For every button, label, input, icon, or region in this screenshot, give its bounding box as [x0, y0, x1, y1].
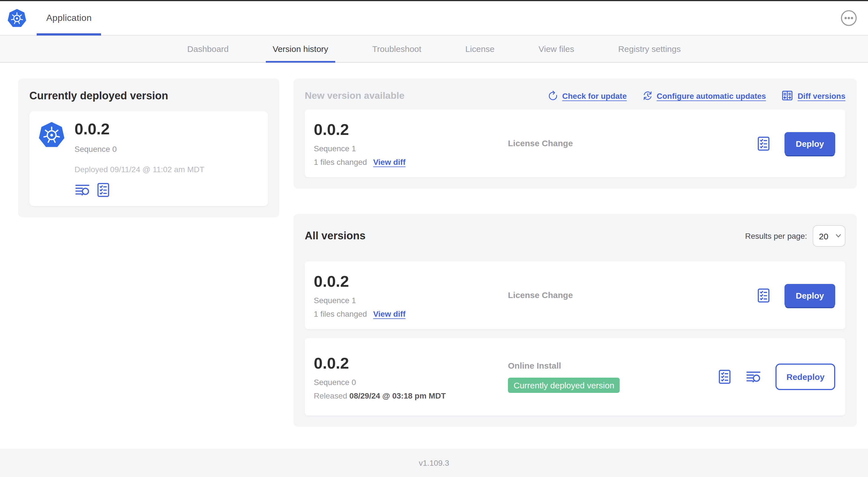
- currently-deployed-title: Currently deployed version: [29, 90, 268, 102]
- files-changed: 1 files changed: [314, 309, 367, 318]
- preflight-checks-button[interactable]: [96, 182, 111, 198]
- version-number: 0.0.2: [314, 272, 508, 291]
- auto-update-clock-icon: [642, 90, 653, 101]
- active-tab-indicator: [37, 33, 101, 35]
- version-type-label: License Change: [508, 290, 573, 300]
- checklist-icon: [756, 288, 771, 303]
- version-type-label: License Change: [508, 138, 573, 148]
- new-version-panel: New version available Check for update: [293, 79, 857, 188]
- tab-label: Dashboard: [187, 44, 229, 54]
- tab-label: Registry settings: [618, 44, 681, 54]
- currently-deployed-badge: Currently deployed version: [508, 378, 620, 393]
- version-info: 0.0.2 Sequence 1 1 files changed View di…: [314, 272, 508, 318]
- version-type-label: Online Install: [508, 361, 718, 370]
- tab-dashboard[interactable]: Dashboard: [181, 35, 236, 62]
- released-timestamp: Released 08/29/24 @ 03:18 pm MDT: [314, 391, 508, 400]
- configure-automatic-updates-link[interactable]: Configure automatic updates: [642, 90, 766, 101]
- version-number: 0.0.2: [314, 354, 508, 373]
- kubernetes-logo-icon: [7, 8, 27, 28]
- version-actions: Deploy: [756, 284, 836, 307]
- page-footer: v1.109.3: [0, 449, 868, 477]
- tab-label: View files: [539, 44, 574, 54]
- more-menu-button[interactable]: [840, 9, 857, 27]
- check-for-update-link[interactable]: Check for update: [548, 90, 627, 101]
- right-column: New version available Check for update: [293, 79, 857, 427]
- diff-versions-label: Diff versions: [798, 91, 845, 100]
- diff-versions-link[interactable]: Diff versions: [781, 90, 845, 101]
- preflight-checks-button[interactable]: [756, 288, 771, 303]
- results-per-page-label: Results per page:: [745, 232, 807, 240]
- new-version-header: New version available Check for update: [305, 90, 845, 101]
- released-date: 08/29/24 @ 03:18 pm MDT: [349, 391, 446, 400]
- page: Application Dashboard Version history Tr…: [0, 0, 868, 477]
- logs-icon: [746, 369, 762, 384]
- deployed-sequence: Sequence 0: [74, 145, 204, 153]
- all-versions-title: All versions: [305, 230, 365, 242]
- ellipsis-icon: [840, 9, 857, 27]
- version-list: 0.0.2 Sequence 1 1 files changed View di…: [305, 261, 845, 415]
- tab-application[interactable]: Application: [37, 1, 101, 35]
- application-tab-label: Application: [46, 13, 92, 23]
- version-type-column: License Change: [508, 290, 756, 300]
- new-version-card: 0.0.2 Sequence 1 1 files changed View di…: [305, 110, 845, 177]
- app-header: Application: [0, 1, 868, 35]
- view-deploy-logs-button[interactable]: [74, 182, 91, 198]
- tab-registry-settings[interactable]: Registry settings: [612, 35, 688, 62]
- secondary-nav: Dashboard Version history Troubleshoot L…: [0, 35, 868, 63]
- check-for-update-label: Check for update: [562, 91, 627, 100]
- kubernetes-app-icon: [38, 121, 65, 148]
- tab-label: License: [465, 44, 494, 54]
- tab-label: Version history: [273, 44, 328, 54]
- preflight-checks-button[interactable]: [718, 369, 732, 384]
- deployed-timestamp: Deployed 09/11/24 @ 11:02 am MDT: [74, 165, 204, 174]
- new-version-title: New version available: [305, 90, 404, 101]
- version-type-column: Online Install Currently deployed versio…: [508, 361, 718, 393]
- currently-deployed-card: 0.0.2 Sequence 0 Deployed 09/11/24 @ 11:…: [29, 111, 268, 206]
- checklist-icon: [756, 136, 771, 151]
- view-deploy-logs-button[interactable]: [746, 369, 762, 384]
- tab-license[interactable]: License: [459, 35, 501, 62]
- tab-label: Troubleshoot: [372, 44, 421, 54]
- version-sequence: Sequence 1: [314, 144, 508, 153]
- results-per-page: Results per page: 20: [745, 225, 845, 247]
- deploy-button[interactable]: Deploy: [784, 284, 835, 307]
- tab-view-files[interactable]: View files: [532, 35, 581, 62]
- version-row: 0.0.2 Sequence 0 Released 08/29/24 @ 03:…: [305, 338, 845, 415]
- version-info: 0.0.2 Sequence 0 Released 08/29/24 @ 03:…: [314, 354, 508, 400]
- currently-deployed-panel: Currently deployed version: [18, 79, 279, 217]
- active-tab-indicator: [266, 61, 335, 63]
- console-version: v1.109.3: [419, 458, 449, 468]
- results-per-page-select[interactable]: 20: [813, 225, 845, 247]
- version-number: 0.0.2: [314, 120, 508, 140]
- tab-version-history[interactable]: Version history: [266, 35, 335, 62]
- version-actions: Deploy: [756, 132, 836, 155]
- version-sequence: Sequence 1: [314, 296, 508, 305]
- checklist-icon: [718, 369, 732, 384]
- update-links: Check for update: [548, 90, 845, 101]
- version-actions: Redeploy: [718, 363, 836, 390]
- version-type-column: License Change: [508, 138, 756, 148]
- version-info: 0.0.2 Sequence 1 1 files changed View di…: [314, 120, 508, 167]
- view-diff-link[interactable]: View diff: [373, 157, 405, 167]
- preflight-checks-button[interactable]: [756, 136, 771, 151]
- version-row: 0.0.2 Sequence 1 1 files changed View di…: [305, 261, 845, 329]
- refresh-icon: [548, 90, 558, 101]
- released-label: Released: [314, 391, 347, 400]
- deployed-version-info: 0.0.2 Sequence 0 Deployed 09/11/24 @ 11:…: [74, 120, 204, 198]
- redeploy-button[interactable]: Redeploy: [776, 363, 835, 390]
- tab-troubleshoot[interactable]: Troubleshoot: [365, 35, 428, 62]
- all-versions-panel: All versions Results per page: 20: [293, 214, 857, 427]
- files-changed: 1 files changed: [314, 157, 367, 167]
- diff-icon: [781, 90, 794, 101]
- version-sequence: Sequence 0: [314, 377, 508, 386]
- all-versions-header: All versions Results per page: 20: [305, 225, 845, 247]
- logs-icon: [74, 183, 91, 197]
- main-content: Currently deployed version: [0, 63, 868, 449]
- view-diff-link[interactable]: View diff: [373, 309, 405, 318]
- deployed-actions: [74, 182, 204, 198]
- configure-automatic-updates-label: Configure automatic updates: [657, 91, 766, 100]
- deploy-button[interactable]: Deploy: [784, 132, 835, 155]
- checklist-icon: [96, 182, 111, 198]
- deployed-version-number: 0.0.2: [74, 120, 204, 139]
